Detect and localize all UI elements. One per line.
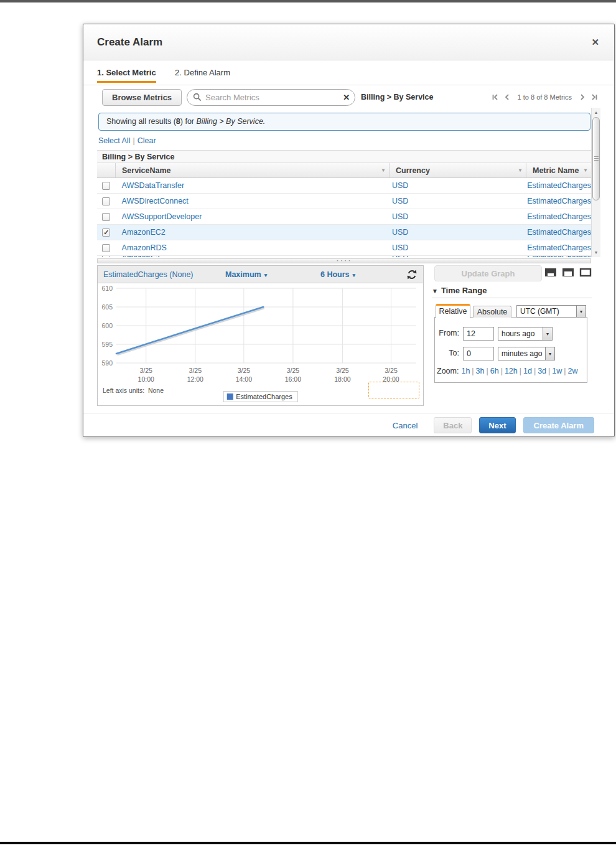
zoom-preset-1d[interactable]: 1d (523, 367, 532, 375)
select-all-link[interactable]: Select All (98, 136, 130, 145)
currency-link[interactable]: USD (392, 181, 408, 190)
period-dropdown[interactable]: 6 Hours▾ (320, 270, 355, 279)
svg-text:595: 595 (101, 341, 113, 348)
sort-arrow-icon[interactable]: ▾ (519, 167, 521, 173)
step-select-metric[interactable]: 1. Select Metric (97, 68, 156, 83)
table-row[interactable]: AWSSupportDeveloperUSDEstimatedCharges (97, 209, 591, 225)
triangle-down-icon: ▼ (432, 288, 438, 294)
svg-text:3/2514:00: 3/2514:00 (236, 367, 252, 383)
service-name-link[interactable]: AmazonEC2 (122, 228, 166, 237)
column-header-servicename[interactable]: ServiceName ▾ (116, 163, 390, 177)
update-graph-button[interactable]: Update Graph (434, 265, 542, 281)
row-checkbox[interactable] (102, 213, 110, 221)
currency-link[interactable]: USD (392, 197, 408, 205)
metric-name-link[interactable]: EstimatedCharges (527, 197, 591, 205)
dropdown-arrow-icon: ▾ (576, 306, 586, 317)
service-name-link[interactable]: AWSSupportDeveloper (122, 212, 202, 221)
zoom-preset-1h[interactable]: 1h (461, 367, 470, 375)
metric-name-link[interactable]: EstimatedCharges (527, 181, 591, 190)
graph-size-medium-icon[interactable] (562, 268, 574, 277)
zoom-label: Zoom: (437, 367, 459, 375)
scrollbar-thumb[interactable] (592, 117, 600, 200)
service-name-link[interactable]: AWSDataTransfer (122, 181, 185, 190)
clear-link[interactable]: Clear (138, 136, 156, 145)
service-name-link[interactable]: AmazonRDS (122, 243, 167, 252)
scroll-down-icon[interactable]: ▼ (592, 248, 600, 257)
back-button[interactable]: Back (434, 417, 472, 433)
to-value-input[interactable] (463, 347, 494, 360)
prev-page-button[interactable] (503, 93, 511, 101)
from-value-input[interactable] (463, 327, 494, 341)
zoom-preset-1w[interactable]: 1w (552, 367, 562, 375)
row-checkbox[interactable] (102, 182, 110, 190)
table-row[interactable]: AmazonRDSUSDEstimatedCharges (97, 240, 591, 256)
zoom-separator: | (501, 367, 503, 375)
column-header-metricname[interactable]: Metric Name ▾ (526, 163, 591, 177)
sort-arrow-icon[interactable]: ▾ (382, 167, 385, 173)
statistic-dropdown[interactable]: Maximum▾ (225, 270, 267, 279)
bottom-border-line (0, 842, 616, 844)
graph-size-large-icon[interactable] (579, 268, 592, 277)
scrollbar-grip (594, 156, 599, 157)
pagination: 1 to 8 of 8 Metrics (492, 93, 598, 101)
clear-search-icon[interactable]: ✕ (343, 93, 350, 102)
sort-arrow-icon[interactable]: ▾ (584, 167, 587, 173)
row-checkbox[interactable]: ✓ (102, 228, 110, 237)
statistic-value: Maximum (225, 270, 261, 279)
timezone-select[interactable]: UTC (GMT) ▾ (516, 305, 586, 318)
svg-text:590: 590 (101, 359, 113, 367)
metric-name-link[interactable]: EstimatedCharges (527, 228, 591, 237)
column-header-currency[interactable]: Currency ▾ (390, 163, 526, 177)
to-unit-select[interactable]: minutes ago ▾ (498, 347, 555, 360)
zoom-preset-2w[interactable]: 2w (568, 367, 578, 375)
table-row[interactable]: AWSDataTransferUSDEstimatedCharges (97, 178, 591, 194)
next-page-button[interactable] (579, 93, 586, 101)
metric-name-link[interactable]: EstimatedCharges (527, 212, 591, 221)
cancel-link[interactable]: Cancel (393, 421, 418, 430)
zoom-separator: | (487, 367, 488, 375)
zoom-preset-3h[interactable]: 3h (476, 367, 485, 375)
next-button[interactable]: Next (479, 417, 515, 433)
tab-relative[interactable]: Relative (436, 304, 470, 318)
create-alarm-button[interactable]: Create Alarm (523, 417, 594, 433)
from-unit-value: hours ago (498, 329, 543, 338)
last-page-button[interactable] (590, 93, 598, 101)
metrics-toolbar: Browse Metrics ✕ Billing > By Service 1 … (102, 88, 598, 106)
row-checkbox[interactable] (102, 197, 110, 205)
graph-size-small-icon[interactable] (544, 268, 557, 277)
svg-text:3/2518:00: 3/2518:00 (334, 367, 350, 383)
chart-legend: EstimatedCharges (223, 391, 298, 402)
metric-name-link[interactable]: EstimatedCharges (527, 243, 591, 252)
close-icon[interactable]: ✕ (591, 37, 599, 48)
currency-link[interactable]: USD (392, 228, 408, 237)
zoom-preset-12h[interactable]: 12h (505, 367, 518, 375)
pane-resize-handle[interactable]: ···· (97, 258, 591, 263)
zoom-preset-6h[interactable]: 6h (490, 367, 499, 375)
time-range-section-toggle[interactable]: ▼Time Range (432, 286, 487, 295)
service-name-link[interactable]: AWSDirectConnect (122, 197, 189, 205)
table-row[interactable]: AWSDirectConnectUSDEstimatedCharges (97, 194, 591, 209)
refresh-icon[interactable] (406, 269, 418, 282)
row-checkbox[interactable] (102, 244, 110, 252)
table-row[interactable]: ✓AmazonEC2USDEstimatedCharges (97, 225, 591, 240)
zoom-preset-3d[interactable]: 3d (538, 367, 546, 375)
graph-title: EstimatedCharges (None) (103, 270, 194, 279)
table-scrollbar[interactable]: ▲ ▼ (591, 108, 600, 257)
search-input[interactable] (205, 93, 343, 102)
from-unit-select[interactable]: hours ago ▾ (498, 327, 553, 341)
graph-size-options (544, 268, 592, 277)
step-define-alarm[interactable]: 2. Define Alarm (175, 68, 230, 81)
dialog-title: Create Alarm (97, 36, 162, 49)
scroll-up-icon[interactable]: ▲ (592, 108, 600, 116)
table-column-headers: ServiceName ▾ Currency ▾ Metric Name ▾ (97, 163, 591, 178)
dialog-header: Create Alarm ✕ (83, 24, 614, 60)
currency-link[interactable]: USD (392, 243, 408, 252)
first-page-button[interactable] (492, 93, 499, 101)
browse-metrics-button[interactable]: Browse Metrics (102, 89, 182, 106)
currency-link[interactable]: USD (392, 212, 408, 221)
zoom-separator: | (548, 367, 550, 375)
search-box[interactable]: ✕ (187, 89, 355, 106)
svg-text:3/2510:00: 3/2510:00 (138, 367, 154, 383)
tab-absolute[interactable]: Absolute (473, 306, 511, 318)
column-label: Currency (396, 166, 430, 175)
